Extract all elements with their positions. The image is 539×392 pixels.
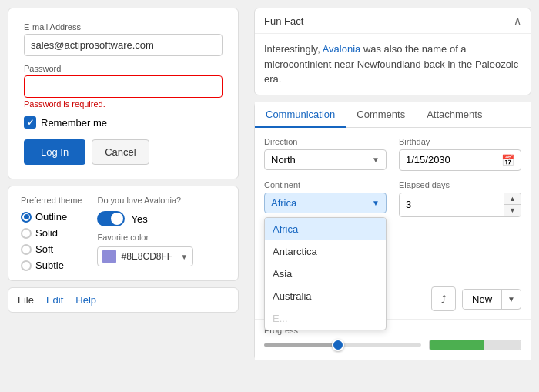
direction-label: Direction: [264, 137, 387, 146]
fields-grid: Direction North ▼ Birthday 1/15/2030 📅 C…: [255, 128, 531, 218]
menu-edit[interactable]: Edit: [46, 294, 63, 306]
progress-thumb[interactable]: [332, 339, 344, 351]
progress-green-portion: [430, 340, 484, 350]
fun-fact-card: Fun Fact ∧ Interestingly, Avalonia was a…: [254, 8, 531, 95]
fun-fact-highlight: Avalonia: [323, 43, 361, 55]
radio-soft-label: Soft: [35, 243, 53, 255]
fun-fact-collapse-icon[interactable]: ∧: [514, 15, 521, 27]
fun-fact-title: Fun Fact: [264, 15, 303, 27]
continent-label: Continent: [264, 180, 387, 189]
continent-option-africa[interactable]: Africa: [265, 218, 386, 240]
birthday-date-input[interactable]: 1/15/2030 📅: [399, 149, 521, 171]
fun-fact-header: Fun Fact ∧: [255, 8, 531, 34]
right-panel: Fun Fact ∧ Interestingly, Avalonia was a…: [246, 0, 539, 392]
continent-option-europe[interactable]: E...: [265, 307, 386, 330]
cancel-button[interactable]: Cancel: [92, 139, 149, 165]
continent-chevron-icon: ▼: [372, 199, 380, 207]
love-value: Yes: [131, 213, 147, 225]
menu-help[interactable]: Help: [75, 294, 96, 306]
login-card: E-mail Address Password Password is requ…: [8, 8, 239, 179]
elapsed-spinner[interactable]: 3 ▲ ▼: [399, 193, 521, 218]
email-field-group: E-mail Address: [24, 22, 223, 56]
radio-outline[interactable]: [21, 212, 32, 223]
radio-solid[interactable]: [21, 228, 32, 239]
radio-soft[interactable]: [21, 244, 32, 255]
continent-select[interactable]: Africa ▼: [264, 193, 387, 213]
new-button-dropdown-arrow[interactable]: ▼: [502, 291, 521, 307]
new-button-label[interactable]: New: [463, 290, 502, 309]
progress-slider[interactable]: [264, 343, 421, 347]
radio-solid-label: Solid: [35, 227, 58, 239]
love-label: Do you love Avalonia?: [97, 196, 193, 205]
tab-communication[interactable]: Communication: [255, 102, 346, 128]
password-input[interactable]: [24, 75, 223, 98]
password-label: Password: [24, 64, 223, 73]
elapsed-field: Elapsed days 3 ▲ ▼: [399, 180, 521, 218]
progress-bar-display: [429, 340, 521, 350]
love-toggle[interactable]: [97, 211, 125, 226]
menu-bar: File Edit Help: [8, 287, 239, 313]
calendar-icon[interactable]: 📅: [501, 154, 514, 166]
continent-option-antarctica[interactable]: Antarctica: [265, 240, 386, 263]
login-button-row: Log In Cancel: [24, 139, 223, 165]
fun-fact-text-before: Interestingly,: [264, 43, 323, 55]
tab-comments[interactable]: Comments: [346, 102, 416, 128]
new-button-group: New ▼: [462, 289, 521, 310]
birthday-label: Birthday: [399, 137, 521, 146]
direction-chevron-icon: ▼: [372, 156, 380, 164]
email-label: E-mail Address: [24, 22, 223, 32]
menu-file[interactable]: File: [18, 294, 34, 306]
spinner-down[interactable]: ▼: [504, 204, 521, 216]
remember-label: Remember me: [41, 117, 107, 129]
continent-option-australia[interactable]: Australia: [265, 285, 386, 307]
theme-section-label: Preferred theme: [21, 196, 82, 205]
color-picker[interactable]: #8E8CD8FF ▼: [97, 246, 193, 266]
birthday-value: 1/15/2030: [406, 154, 450, 166]
continent-value: Africa: [271, 197, 296, 209]
theme-right-col: Do you love Avalonia? Yes Favorite color…: [97, 196, 193, 271]
love-toggle-row: Yes: [97, 211, 193, 226]
radio-subtle-label: Subtle: [35, 260, 64, 271]
password-field-group: Password Password is required.: [24, 64, 223, 109]
progress-light-portion: [484, 340, 521, 350]
color-hex-value: #8E8CD8FF: [121, 251, 172, 262]
tab-bar: Communication Comments Attachments: [255, 102, 531, 128]
color-swatch: [102, 250, 116, 263]
remember-checkbox[interactable]: [24, 116, 36, 129]
radio-subtle[interactable]: [21, 260, 32, 271]
direction-value: North: [271, 154, 296, 166]
radio-outline-label: Outline: [35, 211, 67, 223]
left-panel: E-mail Address Password Password is requ…: [0, 0, 246, 392]
direction-select[interactable]: North ▼: [264, 149, 387, 170]
theme-section: Preferred theme Outline Solid Soft Subtl…: [8, 186, 239, 281]
spinner-buttons: ▲ ▼: [504, 193, 521, 217]
tabs-and-content: Communication Comments Attachments Direc…: [254, 102, 531, 361]
elapsed-value: 3: [400, 195, 504, 214]
color-label: Favorite color: [97, 233, 193, 242]
continent-option-asia[interactable]: Asia: [265, 263, 386, 285]
email-input[interactable]: [24, 34, 223, 56]
spinner-up[interactable]: ▲: [504, 193, 521, 205]
birthday-field: Birthday 1/15/2030 📅: [399, 137, 521, 171]
theme-option-soft[interactable]: Soft: [21, 243, 82, 255]
theme-option-solid[interactable]: Solid: [21, 227, 82, 239]
direction-field: Direction North ▼: [264, 137, 387, 171]
tab-attachments[interactable]: Attachments: [416, 102, 493, 128]
export-button[interactable]: ⤴: [431, 286, 456, 311]
remember-row: Remember me: [24, 116, 223, 129]
progress-row: [264, 340, 521, 350]
progress-fill: [264, 343, 335, 347]
color-dropdown-arrow[interactable]: ▼: [180, 253, 188, 261]
continent-dropdown-list: Africa Antarctica Asia Australia E...: [264, 217, 387, 330]
fun-fact-body: Interestingly, Avalonia was also the nam…: [255, 34, 531, 95]
password-error: Password is required.: [24, 99, 223, 109]
elapsed-label: Elapsed days: [399, 180, 521, 189]
theme-option-outline[interactable]: Outline: [21, 211, 82, 223]
love-avalonia-col: Do you love Avalonia? Yes: [97, 196, 193, 226]
continent-field: Continent Africa ▼ Africa Antarctica Asi…: [264, 180, 387, 218]
export-icon: ⤴: [441, 293, 447, 305]
theme-option-subtle[interactable]: Subtle: [21, 260, 82, 271]
login-button[interactable]: Log In: [24, 139, 85, 165]
theme-options-col: Preferred theme Outline Solid Soft Subtl…: [21, 196, 82, 271]
fav-color-col: Favorite color #8E8CD8FF ▼: [97, 233, 193, 266]
